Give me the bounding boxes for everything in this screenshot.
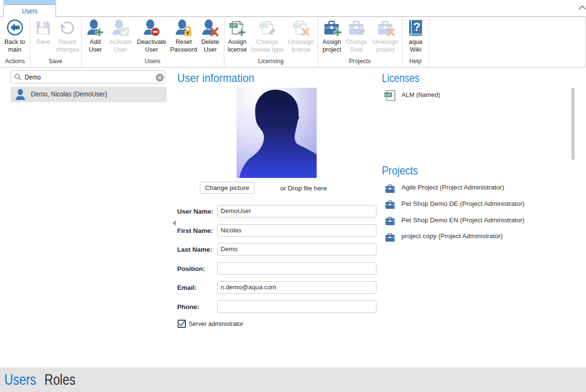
svg-text:LIC: LIC xyxy=(230,24,236,27)
svg-text:LIC: LIC xyxy=(260,24,266,27)
svg-text:LIC: LIC xyxy=(385,93,391,97)
svg-text:LIC: LIC xyxy=(294,24,300,27)
svg-text:?: ? xyxy=(413,20,420,33)
